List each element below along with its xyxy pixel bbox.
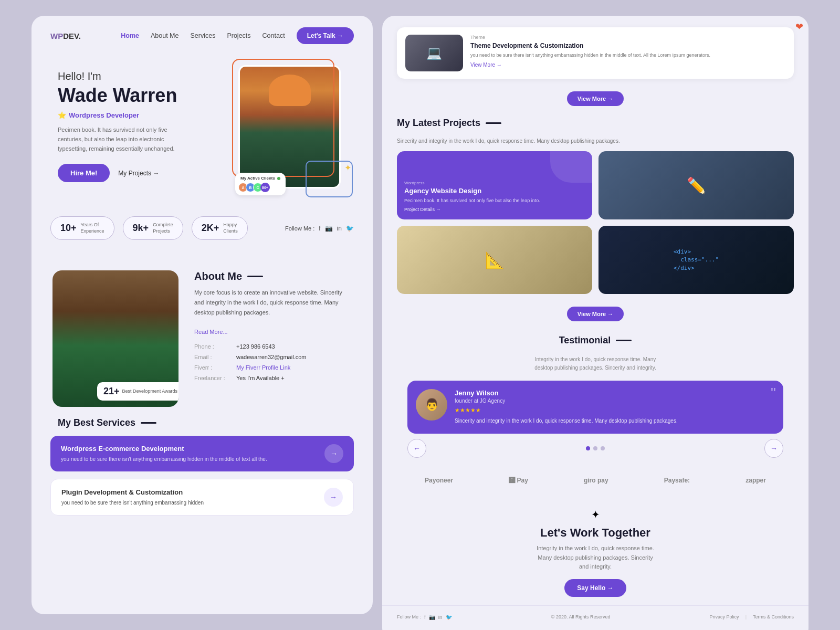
projects-section: My Latest Projects Sincerity and integri…	[382, 106, 808, 321]
hero-title-badge: ⭐ Wordpress Developer	[58, 111, 223, 119]
dot-1[interactable]	[586, 446, 590, 450]
hero-name: Wade Warren	[58, 85, 223, 106]
twitter-icon[interactable]: 🐦	[346, 225, 354, 232]
about-description: My core focus is to create an innovative…	[194, 288, 352, 317]
nav-links: Home About Me Services Projects Contact	[121, 32, 285, 39]
contact-info: Phone : +123 986 6543 Email : wadewarren…	[194, 343, 352, 381]
privacy-policy-link[interactable]: Privacy Policy	[710, 614, 739, 620]
footer-instagram-icon[interactable]: 📷	[429, 614, 435, 620]
contact-freelancer-row: Freelancer : Yes I'm Available +	[194, 375, 352, 381]
project-details-link[interactable]: Project Details →	[404, 207, 585, 212]
active-clients-badge: My Active Clients A B C 80+	[235, 173, 286, 195]
award-badge: 21+ Best Development Awards	[97, 382, 178, 401]
service-plugin-text: Plugin Development & Customization you n…	[61, 488, 317, 507]
project-img-materials[interactable]: 📐	[397, 226, 592, 294]
partners-row: Payoneer 🅿 Pay giro pay Paysafe: zapper	[397, 469, 794, 491]
facebook-icon[interactable]: f	[319, 225, 320, 232]
nav-about[interactable]: About Me	[151, 32, 179, 39]
stat-projects: 9k+ Complete Projects	[123, 216, 183, 240]
code-image: <div> class="..."</div>	[598, 226, 794, 294]
testimonial-prev-btn[interactable]: ←	[407, 439, 426, 458]
stats-row: 10+ Years Of Experience 9k+ Complete Pro…	[32, 202, 373, 255]
projects-view-more-row: View More →	[397, 301, 794, 321]
follow-me: Follow Me : f 📷 in 🐦	[285, 225, 354, 232]
featured-info: Theme Theme Development & Customization …	[470, 35, 785, 68]
testimonial-nav: ← →	[397, 434, 794, 458]
projects-view-more-btn[interactable]: View More →	[567, 307, 624, 321]
quote-icon: "	[771, 385, 776, 402]
partner-paysafe: Paysafe:	[664, 477, 690, 484]
nav-home[interactable]: Home	[121, 32, 139, 39]
contact-phone-row: Phone : +123 986 6543	[194, 343, 352, 350]
projects-grid: Wordpress Agency Website Design Pecimen …	[397, 151, 794, 294]
navigation: WPDEV. Home About Me Services Projects C…	[32, 16, 373, 44]
footer-links: Privacy Policy | Terms & Conditions	[710, 614, 794, 620]
nav-services[interactable]: Services	[190, 32, 215, 39]
hero-section: Hello! I'm Wade Warren ⭐ Wordpress Devel…	[32, 44, 373, 202]
contact-fiverr-row: Fiverr : My Fiverr Profile Link	[194, 364, 352, 371]
about-section: 21+ Best Development Awards About Me My …	[32, 255, 373, 407]
right-top: 💻 Theme Theme Development & Customizatio…	[382, 16, 808, 106]
services-heading: My Best Services	[32, 407, 373, 428]
nav-contact[interactable]: Contact	[262, 32, 285, 39]
workspace-image: ✏️	[598, 151, 794, 219]
about-photo: 21+ Best Development Awards	[52, 270, 178, 407]
left-panel: WPDEV. Home About Me Services Projects C…	[32, 16, 373, 614]
services-section: Wordpress E-commerce Development you nee…	[32, 428, 373, 516]
reviewer-avatar: 👨	[416, 389, 447, 421]
logo: WPDEV.	[50, 32, 81, 40]
hero-text: Hello! I'm Wade Warren ⭐ Wordpress Devel…	[58, 60, 223, 182]
say-hello-button[interactable]: Say Hello →	[564, 579, 626, 597]
testimonial-next-btn[interactable]: →	[764, 439, 783, 458]
service-plugin-arrow[interactable]: →	[324, 488, 343, 507]
testimonial-card: 👨 Jenny Wilson founder at JG Agency ★★★★…	[407, 381, 783, 434]
testimonial-content: Jenny Wilson founder at JG Agency ★★★★★ …	[455, 389, 678, 425]
about-title: About Me	[194, 270, 352, 282]
laptop-image: 💻	[405, 35, 463, 71]
partner-zapper: zapper	[746, 477, 766, 484]
featured-card: 💻 Theme Theme Development & Customizatio…	[397, 27, 794, 79]
hero-buttons: Hire Me! My Projects →	[58, 164, 223, 182]
partner-pay: 🅿 Pay	[509, 477, 528, 484]
active-dot	[277, 177, 280, 180]
featured-view-more-btn[interactable]: View More →	[567, 91, 624, 106]
sparkle-icon: ✦	[344, 163, 351, 173]
dot-2[interactable]	[593, 446, 597, 450]
projects-title-row: My Latest Projects	[397, 118, 794, 129]
hero-image-stack: My Active Clients A B C 80+ ✦	[228, 55, 354, 202]
testimonial-title-line	[616, 340, 632, 341]
nav-projects[interactable]: Projects	[227, 32, 250, 39]
read-more-link[interactable]: Read More...	[194, 329, 228, 335]
about-text: About Me My core focus is to create an i…	[194, 270, 352, 407]
right-footer: Follow Me : f 📷 in 🐦 © 2020. All Rights …	[382, 605, 808, 620]
testimonial-dots	[586, 446, 605, 450]
service-ecommerce-text: Wordpress E-commerce Development you nee…	[61, 445, 317, 463]
title-line-services	[141, 422, 156, 424]
dot-3[interactable]	[601, 446, 605, 450]
project-agency[interactable]: Wordpress Agency Website Design Pecimen …	[397, 151, 592, 219]
service-plugin: Plugin Development & Customization you n…	[50, 479, 354, 516]
footer-facebook-icon[interactable]: f	[424, 614, 426, 620]
partner-giropay: giro pay	[584, 477, 608, 484]
footer-linkedin-icon[interactable]: in	[438, 614, 443, 620]
footer-twitter-icon[interactable]: 🐦	[446, 614, 452, 620]
hero-description: Pecimen book. It has survived not only f…	[58, 125, 184, 153]
lets-talk-button[interactable]: Let's Talk →	[297, 27, 354, 44]
my-projects-button[interactable]: My Projects →	[118, 170, 159, 177]
featured-view-more[interactable]: View More →	[470, 62, 785, 68]
project-img-workspace[interactable]: ✏️	[598, 151, 794, 219]
stat-clients: 2K+ Happy Clients	[192, 216, 248, 240]
instagram-icon[interactable]: 📷	[325, 225, 333, 232]
testimonial-title-row: Testimonial	[397, 335, 794, 346]
projects-subtitle: Sincerity and integrity in the work I do…	[397, 138, 794, 144]
hire-me-button[interactable]: Hire Me!	[58, 164, 110, 182]
person-photo	[240, 67, 339, 187]
project-img-code[interactable]: <div> class="..."</div>	[598, 226, 794, 294]
contact-email-row: Email : wadewarren32@gmail.com	[194, 354, 352, 360]
service-ecommerce-arrow[interactable]: →	[324, 444, 343, 463]
sparkle-decoration: ✦	[397, 508, 794, 521]
linkedin-icon[interactable]: in	[337, 225, 342, 232]
terms-link[interactable]: Terms & Conditions	[753, 614, 794, 620]
footer-follow: Follow Me : f 📷 in 🐦	[397, 614, 452, 620]
footer-copyright: © 2020. All Rights Reserved	[551, 614, 611, 620]
